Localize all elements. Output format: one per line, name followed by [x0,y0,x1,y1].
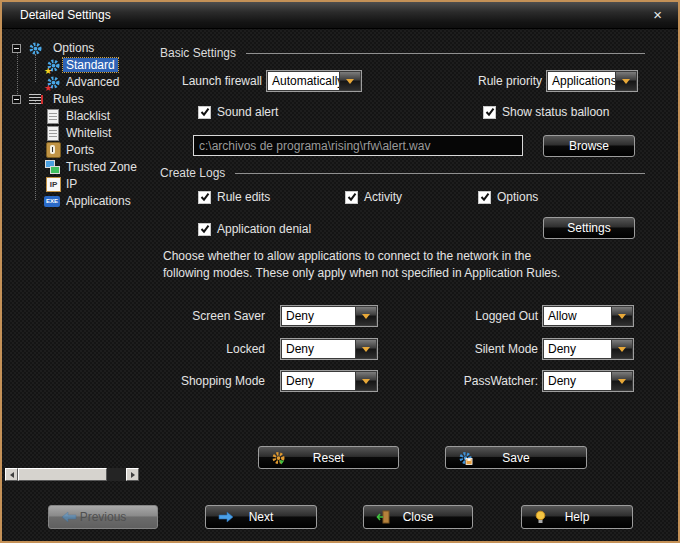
close-button[interactable]: Close [363,505,473,529]
tree-item-ip[interactable]: IP IP [2,176,80,192]
document-icon [47,109,59,124]
close-icon[interactable]: × [653,6,662,23]
previous-button[interactable]: Previous [48,505,158,529]
log-settings-button[interactable]: Settings [543,217,635,239]
dropdown-button[interactable] [356,340,376,358]
tree-horizontal-scrollbar[interactable] [5,468,139,481]
checkbox-label: Sound alert [217,105,278,119]
tree-item-trusted-zone[interactable]: Trusted Zone [2,159,140,175]
tree-item-label: Blacklist [63,109,113,123]
selected-value: Deny [544,372,611,390]
sound-alert-checkbox-row[interactable]: Sound alert [198,105,278,119]
tree-item-label: Whitelist [63,126,114,140]
button-label: Close [403,510,434,524]
checkbox-label: Rule edits [217,190,270,204]
selected-value: Deny [282,372,355,390]
chevron-down-icon [346,79,354,84]
lightbulb-icon [534,510,547,524]
section-title: Basic Settings [160,46,236,60]
scrollbar-thumb[interactable] [18,468,107,481]
silent-mode-select[interactable]: Deny [542,338,634,360]
silent-mode-label: Silent Mode [402,338,538,360]
collapse-toggle-icon[interactable] [12,44,21,53]
checkbox-label: Application denial [217,222,311,236]
rule-priority-label: Rule priority [422,70,542,92]
ip-badge-icon: IP [46,177,61,192]
save-icon [458,450,473,465]
scroll-right-icon[interactable] [126,468,139,481]
button-label: Help [565,510,590,524]
passwatcher-label: PassWatcher: [402,370,538,392]
checkbox-checked-icon[interactable] [345,191,358,204]
gear-star-red-icon: ★ [46,75,61,90]
options-checkbox-row[interactable]: Options [478,190,538,204]
passwatcher-select[interactable]: Deny [542,370,634,392]
tree-item-options[interactable]: Options [2,40,97,56]
selected-value: Applications [548,72,615,90]
dropdown-button[interactable] [612,340,632,358]
shopping-mode-select[interactable]: Deny [280,370,378,392]
application-denial-checkbox-row[interactable]: Application denial [198,222,311,236]
section-divider [246,53,645,54]
shopping-mode-label: Shopping Mode [122,370,265,392]
rule-edits-checkbox-row[interactable]: Rule edits [198,190,270,204]
locked-select[interactable]: Deny [280,338,378,360]
dropdown-button[interactable] [616,72,636,90]
dropdown-button[interactable] [356,307,376,325]
tree-item-applications[interactable]: EXE Applications [2,193,134,209]
help-button[interactable]: Help [521,505,633,529]
dropdown-button[interactable] [356,372,376,390]
section-title: Create Logs [160,166,225,180]
logged-out-select[interactable]: Allow [542,305,634,327]
network-computers-icon [45,160,60,174]
browse-button[interactable]: Browse [543,135,635,157]
tree-item-blacklist[interactable]: Blacklist [2,108,113,124]
modes-description-line1: Choose whether to allow applications to … [163,248,531,265]
chevron-down-icon [362,347,370,352]
chevron-down-icon [618,379,626,384]
dropdown-button[interactable] [612,307,632,325]
button-label: Next [249,510,274,524]
port-socket-icon [46,142,61,158]
tree-item-rules[interactable]: Rules [2,91,87,107]
tree-item-label: Options [50,41,97,55]
exit-door-icon [376,510,391,524]
tree-item-standard[interactable]: ★ Standard [2,57,118,73]
launch-firewall-select[interactable]: Automatically [266,70,362,92]
rule-priority-select[interactable]: Applications [546,70,638,92]
checkbox-checked-icon[interactable] [198,223,211,236]
collapse-toggle-icon[interactable] [12,95,21,104]
checkbox-checked-icon[interactable] [483,106,496,119]
save-button[interactable]: Save [445,446,587,469]
arrow-left-icon [61,511,77,523]
chevron-down-icon [618,314,626,319]
scroll-left-icon[interactable] [5,468,18,481]
button-label: Previous [80,510,127,524]
dropdown-button[interactable] [612,372,632,390]
selected-value: Deny [544,340,611,358]
tree-item-whitelist[interactable]: Whitelist [2,125,114,141]
checkbox-label: Activity [364,190,402,204]
tree-item-ports[interactable]: Ports [2,142,97,158]
status-balloon-checkbox-row[interactable]: Show status balloon [483,105,609,119]
scrollbar-track[interactable] [18,468,126,481]
checkbox-checked-icon[interactable] [198,106,211,119]
dropdown-button[interactable] [340,72,360,90]
alert-sound-path-input[interactable] [193,135,523,156]
tree-item-advanced[interactable]: ★ Advanced [2,74,122,90]
tree-item-label: Ports [63,143,97,157]
reset-button[interactable]: Reset [258,446,399,469]
checkbox-checked-icon[interactable] [198,191,211,204]
reset-gear-icon [271,450,286,465]
screen-saver-select[interactable]: Deny [280,305,378,327]
checkbox-checked-icon[interactable] [478,191,491,204]
chevron-down-icon [362,314,370,319]
tree-item-label: Standard [63,58,118,72]
next-button[interactable]: Next [205,505,317,529]
basic-settings-header: Basic Settings [160,46,645,60]
locked-label: Locked [122,338,265,360]
tree-item-label: Trusted Zone [63,160,140,174]
selected-value: Automatically [268,72,339,90]
chevron-down-icon [362,379,370,384]
activity-checkbox-row[interactable]: Activity [345,190,402,204]
